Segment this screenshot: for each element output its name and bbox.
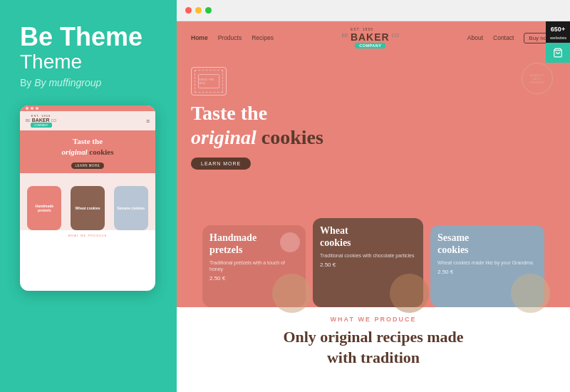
- logo-row: BE EST. 1850 BAKER CO: [342, 27, 400, 43]
- cookie-circle-3: [511, 274, 550, 313]
- stamp-text: SINCE THE 1850: [199, 78, 219, 85]
- right-panel: Home Products Recipes BE EST. 1850 BAKER…: [177, 0, 570, 392]
- hero-taste: Taste the: [191, 102, 267, 124]
- left-panel: Be Theme Theme By By muffingroup EST. 18…: [0, 0, 177, 392]
- mobile-mockup: EST. 1850 BE BAKER CO COMPANY ≡ Taste th…: [20, 105, 155, 291]
- hero-title: Taste the original cookies: [191, 101, 556, 149]
- cookie-circle-2: [390, 274, 429, 313]
- product-desc-sesame: Wheat cookies made like by your Grandma: [437, 259, 533, 266]
- product-desc-wheat: Traditional cookies with chocolate parti…: [320, 252, 414, 259]
- nav-contact[interactable]: Contact: [493, 34, 514, 41]
- product-price-pretzels: 2.50 €: [209, 275, 225, 282]
- badge-number: 650+: [551, 26, 565, 33]
- sesame-name-l1: Sesame: [437, 232, 469, 243]
- site-nav-right: About Contact Buy now: [467, 33, 556, 43]
- website-preview: Home Products Recipes BE EST. 1850 BAKER…: [177, 21, 570, 392]
- stamp-box: SINCE THE 1850: [198, 74, 219, 88]
- site-hero: SINCE THE 1850 Taste the original cookie…: [177, 54, 570, 211]
- product-wheat[interactable]: Wheat cookies Traditional cookies with c…: [313, 218, 423, 307]
- cart-icon: [553, 48, 563, 58]
- browser-chrome: [177, 0, 570, 21]
- logo-baker: BAKER: [351, 31, 390, 43]
- sesame-name-l2: cookies: [437, 244, 469, 255]
- logo-co: CO: [392, 33, 400, 38]
- mobile-product-pretzels: Handmade pretzels: [27, 186, 61, 230]
- mobile-be: BE: [26, 118, 31, 123]
- stamp-inner: SINCE THE 1850: [198, 74, 219, 88]
- products-strip: Handmade pretzels Traditional pretzels w…: [177, 211, 570, 307]
- mobile-product-label-2: Wheat cookies: [73, 205, 101, 212]
- product-decoration-circle: [280, 232, 300, 252]
- badge-sub: websites: [550, 36, 566, 40]
- mobile-product-wheat: Wheat cookies: [71, 186, 105, 230]
- floating-count-badge: 650+ websites: [546, 21, 570, 46]
- tagline: Only original recipes made with traditio…: [283, 327, 463, 368]
- mobile-company: COMPANY: [31, 123, 52, 128]
- mobile-product-sesame: Sesame cookies: [114, 186, 148, 230]
- hero-cookies: cookies: [256, 126, 323, 148]
- hero-cta-button[interactable]: LEARN MORE: [191, 158, 251, 170]
- site-nav-left: Home Products Recipes: [191, 34, 274, 41]
- mobile-baker: BAKER: [32, 118, 50, 123]
- nav-about[interactable]: About: [467, 34, 483, 41]
- cookie-circle-1: [272, 274, 311, 313]
- site-bottom: WHAT WE PRODUCE Only original recipes ma…: [177, 307, 570, 392]
- brand-byline: By By muffingroup: [20, 77, 157, 88]
- brand-title: Be Theme Theme: [20, 23, 157, 73]
- mobile-logo-row: BE BAKER CO: [26, 118, 56, 123]
- wheat-name-l2: cookies: [320, 237, 351, 248]
- mobile-hero-title: Taste the original cookies: [27, 136, 148, 157]
- mobile-dot-2: [31, 107, 33, 110]
- product-name-pretzels: Handmade pretzels: [209, 232, 256, 257]
- product-price-wheat: 2.50 €: [320, 262, 336, 268]
- mobile-logo: EST. 1850 BE BAKER CO COMPANY: [26, 114, 56, 128]
- mobile-dot-1: [26, 107, 28, 110]
- hero-text: SINCE THE 1850 Taste the original cookie…: [191, 67, 556, 211]
- mobile-product-label-3: Sesame cookies: [115, 205, 146, 212]
- product-desc-pretzels: Traditional pretzels with a touch of hon…: [209, 259, 299, 272]
- product-price-sesame: 2.50 €: [437, 269, 453, 275]
- brand-theme-thin: Theme: [20, 51, 157, 73]
- mobile-co: CO: [51, 118, 57, 123]
- pretzel-name-l1: Handmade: [209, 232, 256, 243]
- logo-be: BE: [342, 33, 348, 38]
- chrome-dot-red[interactable]: [185, 7, 192, 14]
- chrome-dot-yellow[interactable]: [195, 7, 202, 14]
- floating-cart-button[interactable]: [546, 43, 570, 63]
- site-logo: BE EST. 1850 BAKER CO COMPANY: [342, 27, 400, 48]
- hero-stamp: SINCE THE 1850: [191, 67, 227, 96]
- mobile-nav: EST. 1850 BE BAKER CO COMPANY ≡: [20, 111, 155, 130]
- logo-main-area: EST. 1850 BAKER: [351, 27, 390, 43]
- hero-original: original: [191, 126, 256, 148]
- pretzel-name-l2: pretzels: [209, 244, 242, 255]
- brand-theme-bold: Theme: [60, 22, 142, 51]
- mobile-hero-original: original: [61, 148, 87, 156]
- tagline-line2: with tradition: [327, 349, 420, 366]
- mobile-top-bar: [20, 105, 155, 111]
- mobile-bottom: WHAT WE PRODUCE: [20, 230, 155, 239]
- mobile-what-we-produce: WHAT WE PRODUCE: [26, 234, 150, 237]
- author-name: By muffingroup: [34, 77, 101, 88]
- brand-be: Be: [20, 22, 53, 51]
- what-we-produce-label: WHAT WE PRODUCE: [331, 316, 417, 323]
- product-pretzels[interactable]: Handmade pretzels Traditional pretzels w…: [202, 225, 306, 307]
- site-nav: Home Products Recipes BE EST. 1850 BAKER…: [177, 21, 570, 54]
- mobile-hero: Taste the original cookies LEARN MORE: [20, 130, 155, 173]
- mobile-dot-3: [36, 107, 38, 110]
- logo-company-badge: COMPANY: [355, 43, 385, 48]
- mobile-hero-cookies: cookies: [89, 148, 113, 156]
- nav-products[interactable]: Products: [218, 34, 242, 41]
- mobile-hamburger-icon[interactable]: ≡: [146, 118, 150, 125]
- chrome-dot-green[interactable]: [205, 7, 212, 14]
- product-name-sesame: Sesame cookies: [437, 232, 469, 257]
- product-sesame[interactable]: Sesame cookies Wheat cookies made like b…: [430, 225, 544, 307]
- tagline-line1: Only original recipes made: [283, 328, 463, 346]
- nav-home[interactable]: Home: [191, 34, 208, 41]
- mobile-product-label-1: Handmade pretzels: [27, 202, 61, 214]
- mobile-hero-taste: Taste the: [73, 137, 103, 145]
- nav-recipes[interactable]: Recipes: [252, 34, 274, 41]
- wheat-name-l1: Wheat: [320, 225, 348, 236]
- mobile-learn-more[interactable]: LEARN MORE: [71, 163, 105, 169]
- product-name-wheat: Wheat cookies: [320, 225, 351, 249]
- mobile-products: Handmade pretzels Wheat cookies Sesame c…: [20, 173, 155, 230]
